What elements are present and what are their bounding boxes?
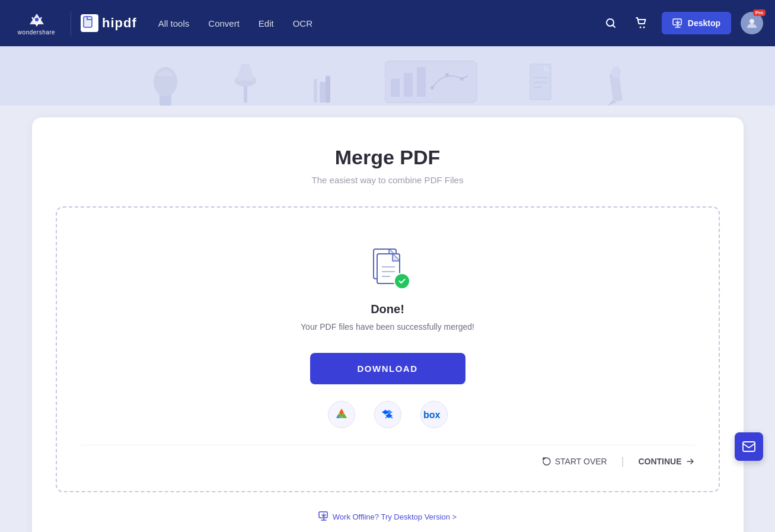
page-subtitle: The easiest way to combine PDF Files — [56, 175, 720, 185]
success-icon-wrap — [364, 243, 412, 291]
desktop-btn-label: Desktop — [688, 18, 720, 28]
navbar: wondershare hipdf All tools Convert Edit… — [0, 0, 775, 46]
page-title: Merge PDF — [56, 146, 720, 169]
nav-actions: Desktop Pro — [600, 12, 763, 34]
svg-point-27 — [611, 66, 621, 78]
dropbox-icon — [381, 407, 395, 422]
svg-point-0 — [35, 18, 39, 21]
desktop-link-text: Work Offline? Try Desktop Version > — [333, 512, 457, 521]
actions-divider: | — [621, 455, 624, 467]
refresh-icon — [542, 457, 551, 466]
continue-label: CONTINUE — [638, 457, 681, 466]
continue-button[interactable]: CONTINUE — [638, 457, 694, 466]
nav-links: All tools Convert Edit OCR — [158, 18, 600, 28]
bottom-actions: START OVER | CONTINUE — [81, 445, 695, 467]
svg-point-3 — [639, 27, 641, 28]
hero-plant-icon — [148, 58, 183, 106]
desktop-link-wrap: Work Offline? Try Desktop Version > — [56, 511, 720, 522]
svg-point-4 — [643, 27, 645, 28]
check-badge — [394, 273, 410, 289]
main-card: Merge PDF The easiest way to combine PDF… — [32, 117, 744, 532]
desktop-link-icon — [318, 511, 329, 522]
pro-badge: Pro — [753, 9, 766, 16]
svg-rect-14 — [326, 76, 330, 103]
nav-edit[interactable]: Edit — [259, 18, 274, 28]
svg-point-6 — [750, 19, 754, 24]
hero-lamp-icon — [231, 58, 260, 106]
svg-marker-11 — [237, 64, 254, 81]
svg-point-21 — [460, 77, 464, 81]
start-over-label: START OVER — [555, 457, 607, 466]
svg-rect-17 — [404, 73, 413, 97]
svg-text:box: box — [423, 410, 441, 420]
svg-rect-35 — [743, 442, 755, 451]
svg-rect-13 — [314, 79, 317, 103]
svg-rect-16 — [391, 79, 400, 97]
arrow-right-icon — [685, 457, 695, 466]
done-subtitle: Your PDF files have been successfully me… — [301, 322, 474, 332]
google-drive-icon — [334, 407, 349, 422]
dropbox-button[interactable] — [374, 401, 401, 428]
done-title: Done! — [371, 302, 404, 316]
svg-rect-34 — [319, 512, 327, 518]
hero-pen-icon — [604, 64, 628, 106]
hipdf-icon — [81, 14, 98, 32]
hipdf-text: hipdf — [102, 15, 137, 31]
dropzone: Done! Your PDF files have been successfu… — [56, 206, 720, 492]
hero-banner — [0, 46, 775, 106]
svg-rect-1 — [84, 17, 92, 27]
hipdf-logo[interactable]: hipdf — [81, 14, 137, 32]
svg-rect-5 — [673, 19, 681, 25]
svg-point-20 — [445, 73, 449, 77]
hero-tools-icon — [308, 64, 337, 106]
search-button[interactable] — [600, 12, 621, 34]
avatar-wrap[interactable]: Pro — [741, 12, 763, 34]
box-button[interactable]: box — [420, 401, 448, 428]
svg-point-19 — [430, 86, 434, 90]
wondershare-logo — [26, 11, 47, 28]
desktop-link[interactable]: Work Offline? Try Desktop Version > — [56, 511, 720, 522]
nav-convert[interactable]: Convert — [208, 18, 240, 28]
box-icon: box — [423, 409, 445, 420]
floating-mail-button[interactable] — [735, 432, 763, 461]
cloud-icons-row: box — [328, 401, 448, 428]
wondershare-brand: wondershare — [12, 11, 71, 36]
main-content: Merge PDF The easiest way to combine PDF… — [0, 106, 775, 532]
google-drive-button[interactable] — [328, 401, 355, 428]
wondershare-label: wondershare — [18, 29, 55, 36]
nav-all-tools[interactable]: All tools — [158, 18, 190, 28]
download-button[interactable]: DOWNLOAD — [310, 353, 465, 384]
nav-ocr[interactable]: OCR — [293, 18, 312, 28]
svg-rect-12 — [320, 82, 326, 103]
mail-icon — [742, 439, 756, 454]
cart-button[interactable] — [631, 12, 652, 34]
start-over-button[interactable]: START OVER — [542, 457, 607, 466]
hero-chart-icon — [385, 58, 480, 106]
hero-document-icon — [527, 61, 557, 106]
svg-rect-18 — [417, 67, 426, 97]
desktop-button[interactable]: Desktop — [662, 12, 731, 34]
